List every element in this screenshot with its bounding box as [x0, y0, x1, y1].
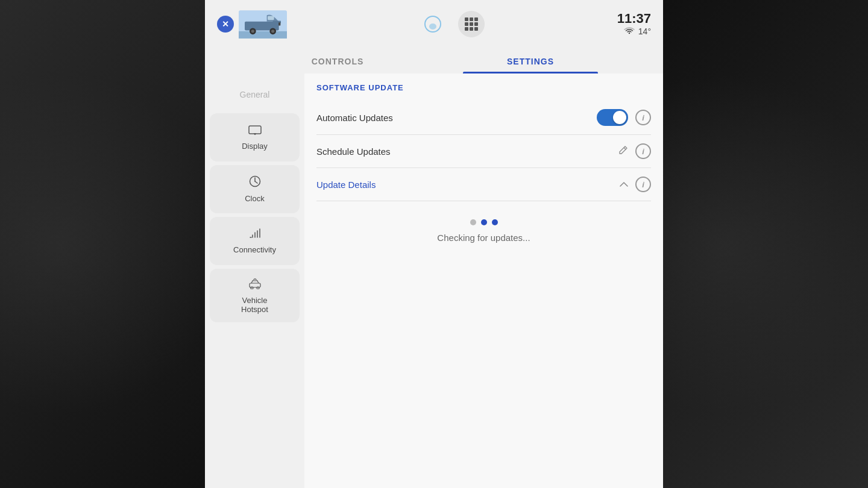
svg-line-17: [255, 181, 257, 183]
close-button[interactable]: ✕: [217, 16, 234, 33]
info-icon-3: i: [642, 180, 644, 189]
time-display: 11:37: [617, 12, 651, 25]
svg-point-6: [251, 30, 254, 33]
info-icon-2: i: [642, 147, 644, 156]
update-details-info[interactable]: i: [635, 177, 651, 192]
svg-rect-1: [239, 31, 287, 38]
schedule-updates-row: Schedule Updates i: [316, 135, 651, 168]
svg-line-26: [624, 148, 626, 149]
schedule-updates-label: Schedule Updates: [316, 146, 618, 157]
main-screen: ✕: [205, 0, 663, 488]
svg-rect-4: [268, 16, 274, 20]
grid-dots-icon: [465, 17, 478, 31]
sidebar-connectivity-label: Connectivity: [233, 245, 276, 254]
svg-rect-9: [278, 22, 280, 25]
truck-icon: [239, 8, 287, 41]
hotspot-icon: [247, 277, 263, 292]
section-title: SOFTWARE UPDATE: [316, 83, 651, 92]
sidebar-display-label: Display: [242, 142, 268, 151]
grille-right: [663, 0, 868, 488]
automatic-updates-toggle[interactable]: [597, 109, 628, 126]
settings-panel: SOFTWARE UPDATE Automatic Updates i Sche…: [304, 74, 663, 488]
alexa-button[interactable]: [420, 11, 446, 37]
update-details-row: Update Details i: [316, 168, 651, 201]
grille-left: [0, 0, 205, 488]
status-row: 14°: [617, 27, 651, 37]
loading-dots: [470, 219, 498, 225]
wifi-icon: [624, 27, 635, 37]
grid-button[interactable]: [458, 11, 485, 37]
close-icon: ✕: [222, 19, 229, 29]
dot-2: [481, 219, 487, 225]
sidebar-item-vehicle-hotspot[interactable]: Vehicle Hotspot: [210, 269, 300, 322]
automatic-updates-info[interactable]: i: [635, 110, 651, 125]
svg-point-8: [271, 30, 274, 33]
header-left: ✕: [217, 8, 287, 41]
tab-settings[interactable]: SETTINGS: [434, 48, 627, 74]
sidebar-clock-label: Clock: [245, 194, 265, 203]
schedule-updates-info[interactable]: i: [635, 143, 651, 159]
automatic-updates-label: Automatic Updates: [316, 113, 597, 123]
tab-bar: CONTROLS SETTINGS: [205, 48, 663, 74]
clock-icon: [249, 175, 261, 190]
connectivity-icon: [248, 228, 262, 242]
loading-text: Checking for updates...: [437, 233, 530, 243]
edit-icon[interactable]: [618, 145, 628, 157]
dot-1: [470, 219, 476, 225]
header-right: 11:37 14°: [617, 12, 651, 37]
background: ✕: [0, 0, 868, 488]
tab-controls[interactable]: CONTROLS: [241, 48, 434, 74]
dot-3: [492, 219, 498, 225]
sidebar-item-clock[interactable]: Clock: [210, 165, 300, 213]
sidebar-item-display[interactable]: Display: [210, 113, 300, 161]
sidebar-general-label: General: [240, 90, 270, 99]
svg-point-11: [429, 23, 436, 30]
update-details-actions: i: [620, 177, 651, 192]
svg-rect-12: [249, 126, 261, 134]
sidebar-item-general[interactable]: General: [210, 80, 300, 110]
sidebar: General Display: [205, 74, 304, 488]
automatic-updates-actions: i: [597, 109, 651, 126]
automatic-updates-row: Automatic Updates i: [316, 101, 651, 135]
content-area: General Display: [205, 74, 663, 488]
header-center: [420, 11, 485, 37]
header: ✕: [205, 0, 663, 48]
display-icon: [248, 124, 262, 138]
loading-section: Checking for updates...: [316, 201, 651, 261]
sidebar-item-connectivity[interactable]: Connectivity: [210, 217, 300, 265]
update-details-label: Update Details: [316, 180, 620, 190]
sidebar-hotspot-label: Vehicle Hotspot: [241, 296, 268, 314]
schedule-updates-actions: i: [618, 143, 651, 159]
chevron-up-icon[interactable]: [620, 180, 628, 189]
temperature-display: 14°: [638, 27, 651, 36]
info-icon: i: [642, 113, 644, 122]
